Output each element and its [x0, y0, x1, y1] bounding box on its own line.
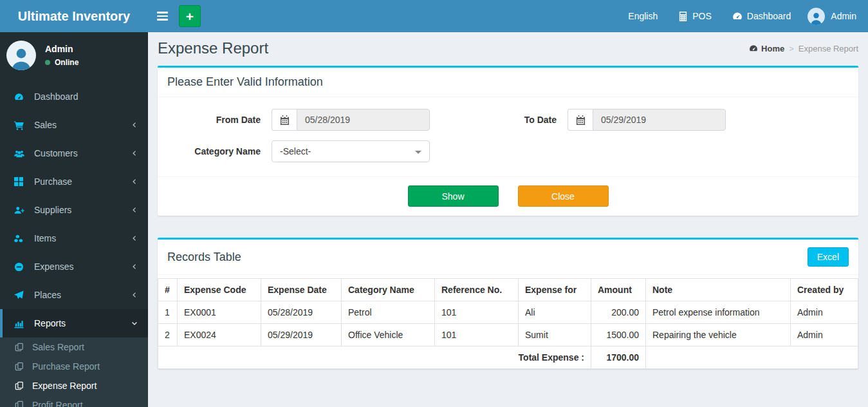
copy-icon [15, 343, 26, 352]
chevron-down-icon [131, 319, 138, 327]
chevron-left-icon [131, 234, 138, 242]
to-date-group [568, 109, 726, 131]
chevron-left-icon [131, 121, 138, 129]
col-header-expense-for: Expense for [519, 279, 591, 301]
col-header-reference-no: Reference No. [435, 279, 519, 301]
paper-plane-icon [14, 290, 27, 300]
col-header-category-name: Category Name [342, 279, 435, 301]
user-avatar[interactable] [6, 41, 36, 70]
reports-submenu: Sales Report Purchase Report Expense Rep… [0, 337, 148, 407]
cart-icon [14, 120, 27, 130]
hamburger-icon [157, 10, 168, 23]
tachometer-icon [14, 92, 27, 102]
page-title: Expense Report [158, 39, 268, 57]
table-row: 1 EX0001 05/28/2019 Petrol 101 Ali 200.0… [158, 301, 858, 324]
chevron-left-icon [131, 149, 138, 157]
calendar-icon[interactable] [272, 109, 297, 131]
from-date-group [272, 109, 430, 131]
sidebar-user-status: Online [45, 58, 78, 67]
col-header-expense-code: Expense Code [178, 279, 261, 301]
language-menu[interactable]: English [618, 0, 668, 32]
copy-icon [15, 401, 26, 407]
col-header-amount: Amount [591, 279, 646, 301]
col-header-note: Note [646, 279, 791, 301]
records-panel: Records Table Excel # Expense Code Expen… [158, 238, 858, 369]
sidebar-user-name: Admin [45, 44, 78, 54]
sidebar-item-dashboard[interactable]: Dashboard [0, 82, 148, 111]
top-navbar: Ultimate Inventory + English POS Dashboa… [0, 0, 868, 32]
main-content: Expense Report Home > Expense Report Ple… [148, 32, 868, 407]
grid-icon [14, 177, 27, 186]
sidebar-menu: Dashboard Sales Customers Pur [0, 82, 148, 337]
to-date-input[interactable] [593, 109, 726, 131]
filter-panel: Please Enter Valid Information From Date… [158, 66, 858, 216]
sidebar: Admin Online Dashboard Sales [0, 32, 148, 407]
sidebar-item-places[interactable]: Places [0, 281, 148, 309]
col-header-index: # [158, 279, 178, 301]
user-menu[interactable]: Admin [801, 0, 868, 32]
col-header-expense-date: Expense Date [261, 279, 342, 301]
filter-panel-title: Please Enter Valid Information [167, 75, 323, 89]
caret-down-icon [415, 151, 421, 154]
users-icon [14, 149, 27, 158]
user-plus-icon [14, 205, 27, 215]
total-expense-label: Total Expense : [158, 346, 591, 369]
copy-icon [15, 381, 26, 390]
brand-logo[interactable]: Ultimate Inventory [0, 0, 148, 32]
category-name-label: Category Name [167, 146, 272, 156]
online-dot-icon [45, 60, 50, 65]
breadcrumb: Home > Expense Report [749, 44, 858, 53]
tachometer-icon [732, 11, 743, 21]
col-header-created-by: Created by [791, 279, 858, 301]
category-select[interactable]: -Select- [272, 140, 430, 162]
sidebar-item-customers[interactable]: Customers [0, 139, 148, 167]
pos-link[interactable]: POS [668, 0, 722, 32]
sidebar-item-suppliers[interactable]: Suppliers [0, 196, 148, 224]
sidebar-subitem-expense-report[interactable]: Expense Report [0, 376, 148, 395]
from-date-input[interactable] [297, 109, 430, 131]
copy-icon [15, 362, 26, 371]
close-button[interactable]: Close [518, 185, 609, 207]
table-total-row: Total Expense : 1700.00 [158, 346, 858, 369]
excel-export-button[interactable]: Excel [808, 247, 849, 267]
minus-circle-icon [14, 262, 27, 272]
quick-add-button[interactable]: + [179, 5, 201, 27]
chevron-left-icon [131, 206, 138, 214]
sidebar-subitem-profit-report[interactable]: Profit Report [0, 395, 148, 407]
sidebar-toggle-button[interactable] [148, 0, 176, 32]
sidebar-subitem-sales-report[interactable]: Sales Report [0, 337, 148, 357]
show-button[interactable]: Show [408, 185, 499, 207]
plus-icon: + [186, 10, 194, 23]
chevron-left-icon [131, 291, 138, 299]
home-dashboard-icon [749, 44, 758, 53]
table-header-row: # Expense Code Expense Date Category Nam… [158, 279, 858, 301]
table-row: 2 EX0024 05/29/2019 Office Vehicle 101 S… [158, 324, 858, 346]
records-panel-title: Records Table [167, 251, 241, 264]
chevron-left-icon [131, 178, 138, 185]
calculator-icon [678, 12, 688, 21]
breadcrumb-home[interactable]: Home [749, 44, 784, 53]
total-expense-value: 1700.00 [591, 346, 646, 369]
from-date-label: From Date [167, 115, 272, 125]
sidebar-item-reports[interactable]: Reports [0, 309, 148, 337]
cubes-icon [14, 234, 27, 243]
user-avatar [808, 8, 825, 25]
bar-chart-icon [14, 319, 27, 328]
breadcrumb-current: Expense Report [799, 44, 858, 53]
sidebar-item-expenses[interactable]: Expenses [0, 252, 148, 281]
breadcrumb-separator: > [789, 44, 794, 53]
records-table: # Expense Code Expense Date Category Nam… [158, 278, 858, 369]
sidebar-item-sales[interactable]: Sales [0, 111, 148, 139]
sidebar-user-panel: Admin Online [0, 32, 148, 80]
sidebar-subitem-purchase-report[interactable]: Purchase Report [0, 357, 148, 376]
chevron-left-icon [131, 263, 138, 270]
to-date-label: To Date [430, 115, 568, 125]
dashboard-link[interactable]: Dashboard [722, 0, 802, 32]
sidebar-item-items[interactable]: Items [0, 224, 148, 252]
calendar-icon[interactable] [568, 109, 593, 131]
sidebar-item-purchase[interactable]: Purchase [0, 167, 148, 196]
